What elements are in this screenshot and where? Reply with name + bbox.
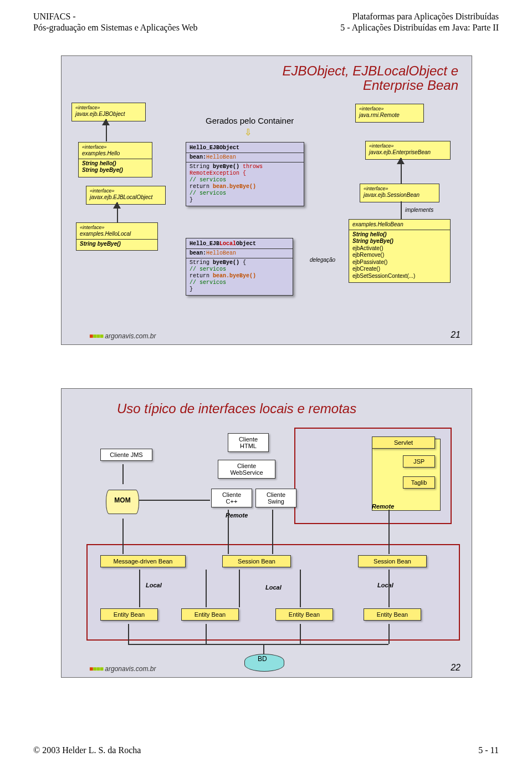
delegacao-label: delegação xyxy=(310,257,335,263)
im6: ejbCreate() xyxy=(352,266,447,273)
node-cpp: ClienteC++ xyxy=(211,489,252,507)
mom-label: MOM xyxy=(106,496,139,504)
c1l8: } xyxy=(190,197,300,204)
c2l1c: Object xyxy=(236,241,256,247)
box-rmiremote: «interface» java.rmi.Remote xyxy=(355,104,424,123)
bd-label: BD xyxy=(258,655,267,663)
node-html: ClienteHTML xyxy=(228,433,269,452)
name: javax.ejb.EnterpriseBean xyxy=(369,149,447,156)
node-swing: ClienteSwing xyxy=(255,489,296,507)
slide-num-22: 22 xyxy=(451,663,461,673)
name: examples.Hello xyxy=(82,150,149,158)
c2l3c: { xyxy=(239,260,246,266)
node-sess-2: Session Bean xyxy=(358,555,427,567)
footer-right: 5 - 11 xyxy=(478,745,499,755)
c2l3b: byeBye() xyxy=(213,260,239,266)
m1: String byeBye() xyxy=(80,241,154,248)
header-left-1: UNIFACS - xyxy=(33,11,198,22)
node-ent-1: Entity Bean xyxy=(100,608,158,621)
ster: «interface» xyxy=(82,144,149,150)
im4: ejbRemove() xyxy=(352,252,447,259)
name: examples.HelloLocal xyxy=(80,231,154,238)
c1l2a: bean: xyxy=(190,154,206,160)
remote-1: Remote xyxy=(226,512,248,519)
code-box-1: Hello_EJBObject bean:HelloBean String by… xyxy=(186,142,304,206)
local-2: Local xyxy=(265,584,282,591)
down-arrow-icon: ⇩ xyxy=(244,127,252,138)
ster: «interface» xyxy=(90,188,162,194)
box-hellolocal: «interface» examples.HelloLocal String b… xyxy=(76,222,158,251)
ster: «interface» xyxy=(369,143,447,149)
header-left-2: Pós-graduação em Sistemas e Aplicações W… xyxy=(33,22,198,33)
slide-num-21: 21 xyxy=(451,330,461,340)
header-right-2: 5 - Aplicações Distribuídas em Java: Par… xyxy=(340,22,499,33)
slide-22: Uso típico de interfaces locais e remota… xyxy=(61,388,472,678)
box-entbean: «interface» javax.ejb.EnterpriseBean xyxy=(365,141,451,160)
cls: examples.HelloBean xyxy=(352,221,447,228)
node-mdb: Message-driven Bean xyxy=(100,555,186,567)
c1l3a: String xyxy=(190,164,213,170)
box-sessbean: «interface» javax.ejb.SessionBean xyxy=(360,184,439,202)
node-servlet: Servlet xyxy=(372,436,435,449)
m2: String byeBye() xyxy=(82,167,149,174)
node-ent-2: Entity Bean xyxy=(181,608,239,621)
c1l3b: byeBye() xyxy=(213,164,239,170)
title-line-1: EJBObject, EJBLocalObject e xyxy=(283,63,458,78)
c2l7: } xyxy=(190,286,289,293)
im7: ejbSetSessionContext(...) xyxy=(352,273,447,280)
badge: argonavis.com.br xyxy=(89,665,156,673)
m1: String hello() xyxy=(82,160,149,167)
local-3: Local xyxy=(377,582,393,588)
c2l4: // servicos xyxy=(190,266,289,273)
code-box-2: Hello_EJBLocalObject bean:HelloBean Stri… xyxy=(186,238,293,296)
node-ws: ClienteWebService xyxy=(218,460,275,479)
gerados-label: Gerados pelo Container xyxy=(206,116,294,125)
im1: String hello() xyxy=(352,231,447,238)
im2: String byeBye() xyxy=(352,238,447,245)
box-localobj: «interface» javax.ejb.EJBLocalObject xyxy=(86,186,166,205)
local-1: Local xyxy=(146,582,162,588)
c2l5a: return xyxy=(190,273,213,279)
node-ent-4: Entity Bean xyxy=(364,608,421,621)
remote-2: Remote xyxy=(372,503,394,510)
c2l5b: bean.byeBye() xyxy=(213,273,256,279)
name: javax.ejb.SessionBean xyxy=(364,192,436,199)
slide-22-title: Uso típico de interfaces locais e remota… xyxy=(117,401,356,417)
c1l3c: throws xyxy=(239,164,263,170)
c2l2a: bean: xyxy=(190,250,206,256)
c2l1a: Hello_EJB xyxy=(190,241,219,247)
c1l6b: bean.byeBye() xyxy=(213,184,256,190)
c1l1: Hello_EJBObject xyxy=(190,145,239,151)
node-jsp: JSP xyxy=(403,455,435,468)
c2l1b: Local xyxy=(219,241,236,247)
node-taglib: Taglib xyxy=(403,476,435,489)
page: UNIFACS - Pós-graduação em Sistemas e Ap… xyxy=(0,0,532,772)
c2l3a: String xyxy=(190,260,213,266)
node-sess-1: Session Bean xyxy=(222,555,291,567)
badge-txt: argonavis.com.br xyxy=(105,332,156,340)
node-ent-3: Entity Bean xyxy=(275,608,333,621)
header-left: UNIFACS - Pós-graduação em Sistemas e Ap… xyxy=(33,11,198,33)
footer-left: © 2003 Helder L. S. da Rocha xyxy=(33,745,141,755)
implements-label: implements xyxy=(405,207,433,213)
c1l7: // servicos xyxy=(190,190,300,197)
c2l2b: HelloBean xyxy=(206,250,236,256)
name: javax.ejb.EJBObject xyxy=(75,111,142,118)
name: javax.ejb.EJBLocalObject xyxy=(90,194,162,201)
slide-21: EJBObject, EJBLocalObject e Enterprise B… xyxy=(61,55,472,345)
ster: «interface» xyxy=(75,105,142,111)
box-hellobean: examples.HelloBean String hello() String… xyxy=(349,219,451,283)
name: java.rmi.Remote xyxy=(359,112,420,119)
im3: ejbActivate() xyxy=(352,245,447,252)
header-right: Plataformas para Aplicações Distribuídas… xyxy=(340,11,499,33)
c1l2b: HelloBean xyxy=(206,154,236,160)
ster: «interface» xyxy=(80,225,154,231)
ster: «interface» xyxy=(359,106,420,112)
header-right-1: Plataformas para Aplicações Distribuídas xyxy=(340,11,499,22)
ster: «interface» xyxy=(364,186,436,192)
badge-txt: argonavis.com.br xyxy=(105,665,156,673)
slide-21-title: EJBObject, EJBLocalObject e Enterprise B… xyxy=(283,64,458,93)
c2l6: // servicos xyxy=(190,280,289,286)
box-hello: «interface» examples.Hello String hello(… xyxy=(78,142,152,177)
title-line-2: Enterprise Bean xyxy=(363,78,458,93)
